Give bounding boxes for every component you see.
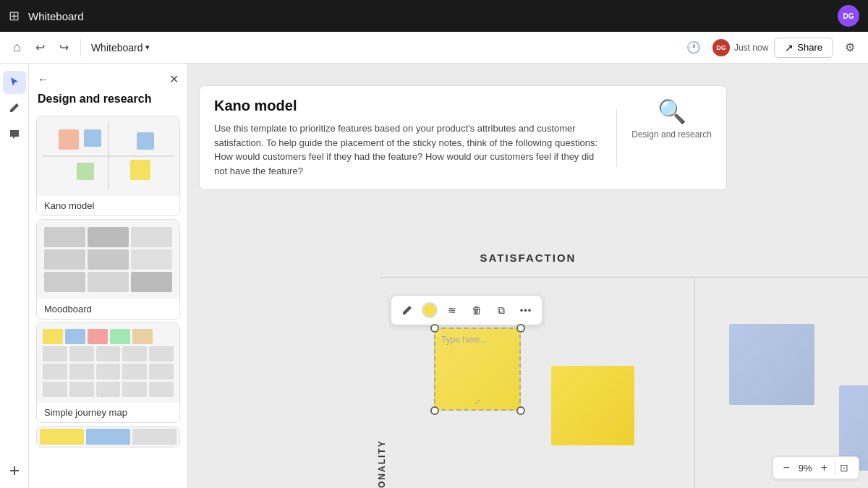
horizontal-axis-line xyxy=(380,277,868,278)
template-item-4[interactable] xyxy=(36,426,180,448)
history-icon[interactable]: 🕐 xyxy=(681,36,707,59)
zoom-in-button[interactable]: + xyxy=(817,460,832,476)
template-card-title: Kano model xyxy=(214,98,602,114)
sticky-note-3[interactable] xyxy=(729,324,814,405)
personality-axis-label: ONALITY xyxy=(377,423,387,488)
app-grid-icon[interactable]: ⊞ xyxy=(9,8,20,24)
mb-cell-3 xyxy=(131,227,172,247)
float-color-dot[interactable] xyxy=(422,302,438,318)
card-divider xyxy=(616,109,617,167)
moodboard-thumb-grid xyxy=(37,220,179,299)
item-4-thumbnail xyxy=(37,427,179,447)
toolbar-divider xyxy=(80,39,81,56)
undo-button[interactable]: ↩ xyxy=(30,36,51,59)
panel-items-list: Kano model Mo xyxy=(29,116,187,488)
mb-cell-5 xyxy=(88,249,129,270)
sticky-note-selected[interactable]: Type here... ⤢ xyxy=(434,328,521,411)
share-icon: ↗ xyxy=(785,42,793,53)
comment-tool-icon[interactable] xyxy=(3,123,26,146)
float-delete-button[interactable]: 🗑 xyxy=(465,299,488,322)
sticky-float-toolbar: ≋ 🗑 ⧉ ••• xyxy=(391,295,542,325)
sticky-note-placeholder[interactable]: Type here... xyxy=(435,329,519,351)
panel-title: Design and research xyxy=(29,92,187,116)
search-icon: 🔍 xyxy=(658,98,686,125)
redo-button[interactable]: ↪ xyxy=(54,36,75,59)
selection-handle-tr[interactable] xyxy=(516,324,525,333)
active-user-avatar: DG xyxy=(712,39,730,56)
sidebar-icons xyxy=(0,64,29,488)
home-button[interactable]: ⌂ xyxy=(7,35,27,59)
template-card-description: Use this template to prioritize features… xyxy=(214,121,602,178)
satisfaction-axis-label: SATISFACTION xyxy=(480,252,576,264)
template-item-kano-model[interactable]: Kano model xyxy=(36,116,180,216)
secondary-toolbar: ⌂ ↩ ↪ Whiteboard ▾ 🕐 DG Just now ↗ Share… xyxy=(0,32,868,64)
share-button[interactable]: ↗ Share xyxy=(774,38,833,58)
selection-handle-tl[interactable] xyxy=(430,324,439,333)
kano-model-label: Kano model xyxy=(37,196,179,215)
main-layout: ← ✕ Design and research xyxy=(0,64,868,488)
toolbar-right-section: 🕐 DG Just now ↗ Share ⚙ xyxy=(681,36,861,59)
user-avatar[interactable]: DG xyxy=(838,5,859,27)
vertical-axis-line xyxy=(694,277,695,488)
journey-row-2 xyxy=(43,346,174,361)
kano-model-thumbnail xyxy=(37,116,179,196)
templates-panel: ← ✕ Design and research xyxy=(29,64,188,488)
selection-handle-br[interactable] xyxy=(516,406,525,415)
template-info-card: Kano model Use this template to prioriti… xyxy=(199,85,727,190)
journey-row-4 xyxy=(43,382,174,397)
fit-to-screen-button[interactable]: ⊡ xyxy=(835,461,853,475)
mb-cell-7 xyxy=(44,272,85,292)
user-indicator: DG Just now xyxy=(712,39,768,56)
template-category-label: Design and research xyxy=(631,129,712,141)
template-card-side: 🔍 Design and research xyxy=(631,98,712,141)
mb-cell-9 xyxy=(131,272,172,292)
cursor-tool-icon[interactable] xyxy=(3,71,26,94)
template-item-moodboard[interactable]: Moodboard xyxy=(36,219,180,320)
chevron-down-icon: ▾ xyxy=(145,43,150,52)
float-edit-button[interactable] xyxy=(396,299,419,322)
journey-thumb-grid xyxy=(37,323,179,403)
template-item-simple-journey-map[interactable]: Simple journey map xyxy=(36,322,180,423)
top-navigation-bar: ⊞ Whiteboard DG xyxy=(0,0,868,32)
journey-map-thumbnail xyxy=(37,323,179,403)
mb-cell-2 xyxy=(88,227,129,247)
mb-cell-8 xyxy=(88,272,129,292)
settings-button[interactable]: ⚙ xyxy=(839,36,861,59)
sticky-note-2[interactable] xyxy=(551,366,634,445)
moodboard-label: Moodboard xyxy=(37,299,179,319)
canvas-area[interactable]: Kano model Use this template to prioriti… xyxy=(188,64,868,488)
share-label: Share xyxy=(797,42,822,53)
template-card-content: Kano model Use this template to prioriti… xyxy=(214,98,602,178)
mb-cell-4 xyxy=(44,249,85,270)
app-title: Whiteboard xyxy=(28,10,84,22)
float-style-button[interactable]: ≋ xyxy=(441,299,464,322)
float-more-button[interactable]: ••• xyxy=(514,299,537,322)
last-saved-text: Just now xyxy=(734,43,768,53)
panel-header: ← ✕ xyxy=(29,64,187,92)
move-icon: ⤢ xyxy=(475,398,480,406)
panel-close-button[interactable]: ✕ xyxy=(169,72,179,86)
selection-handle-bl[interactable] xyxy=(430,406,439,415)
whiteboard-title-dropdown[interactable]: Whiteboard ▾ xyxy=(87,39,155,56)
mb-cell-1 xyxy=(44,227,85,247)
journey-map-label: Simple journey map xyxy=(37,403,179,422)
whiteboard-title-text: Whiteboard xyxy=(91,42,143,53)
panel-back-button[interactable]: ← xyxy=(38,73,49,86)
zoom-level-text: 9% xyxy=(796,463,815,474)
moodboard-thumbnail xyxy=(37,220,179,299)
mb-cell-6 xyxy=(131,249,172,270)
float-copy-button[interactable]: ⧉ xyxy=(490,299,513,322)
journey-row-1 xyxy=(43,329,174,344)
zoom-out-button[interactable]: − xyxy=(779,460,794,476)
zoom-controls: − 9% + ⊡ xyxy=(773,456,859,479)
add-tool-icon[interactable] xyxy=(3,459,26,482)
pen-tool-icon[interactable] xyxy=(3,97,26,120)
journey-row-3 xyxy=(43,364,174,379)
